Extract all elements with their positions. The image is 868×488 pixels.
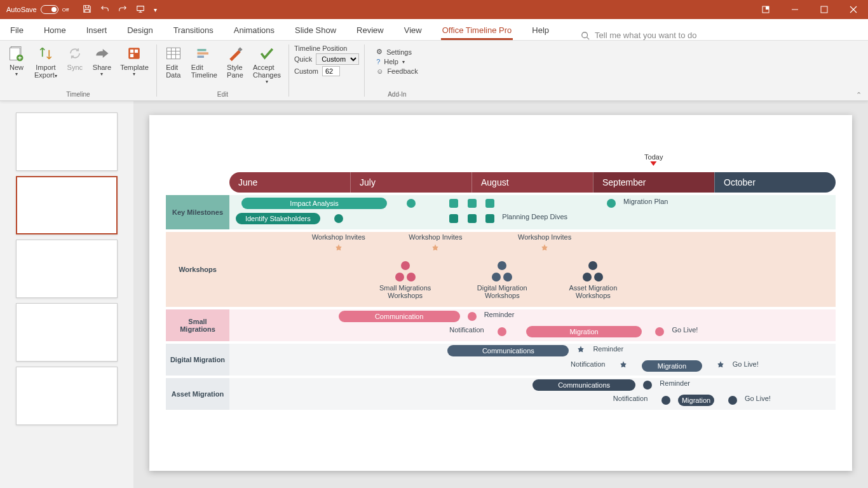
style-pane-button[interactable]: Style Pane [224,43,247,80]
slide-thumb-5[interactable] [16,367,118,425]
sync-button[interactable]: Sync [64,43,86,72]
position-custom-input[interactable] [322,66,340,76]
milestone-dot [643,381,652,390]
chart-text: Notification [613,395,648,402]
accept-changes-button[interactable]: Accept Changes▾ [250,43,283,86]
edit-timeline-button[interactable]: Edit Timeline [189,43,220,80]
group-label-timeline: Timeline [66,91,90,99]
tab-slide-show[interactable]: Slide Show [294,22,337,40]
present-icon[interactable] [136,4,145,15]
chart-text: Go Live! [733,360,759,368]
tell-me-search[interactable]: Tell me what you want to do [581,30,696,40]
svg-rect-18 [198,49,207,51]
milestone-star-icon [334,243,344,254]
swimlane-asset-migration: CommunicationsReminderNotificationMigrat… [229,378,836,410]
edit-data-button[interactable]: Edit Data [162,43,185,80]
tab-design[interactable]: Design [126,22,154,40]
svg-point-4 [582,32,588,37]
tab-view[interactable]: View [403,22,423,40]
qat-more-icon[interactable]: ▾ [154,6,157,13]
tab-animations[interactable]: Animations [233,22,276,40]
quick-access-toolbar: ▾ [83,4,157,15]
template-button[interactable]: Template▾ [118,43,151,78]
save-icon[interactable] [83,4,92,15]
redo-icon[interactable] [118,4,127,15]
milestone-dot [468,312,477,321]
svg-line-5 [587,37,590,39]
month-july: July [350,172,471,193]
svg-rect-3 [821,6,827,13]
milestone-dot [607,199,616,208]
tab-file[interactable]: File [9,22,25,40]
gear-icon: ⚙ [376,48,383,56]
milestone-dot [407,199,416,208]
slide-thumb-2[interactable] [16,176,118,234]
slide-editor: TodayJuneJulyAugustSeptemberOctoberKey M… [133,101,868,488]
share-button[interactable]: Share▾ [90,43,114,78]
month-august: August [471,172,593,193]
settings-button[interactable]: ⚙Settings [376,48,418,56]
title-bar: AutoSave Off ▾ [0,0,868,19]
slide-thumb-1[interactable] [16,112,118,171]
milestone-square [485,214,494,223]
task-bar: Communications [447,345,569,356]
today-marker: Today [644,153,663,166]
svg-rect-20 [198,56,205,58]
timeline-chart: TodayJuneJulyAugustSeptemberOctoberKey M… [166,172,836,410]
slide-thumb-3[interactable] [16,240,118,298]
svg-rect-13 [166,48,180,59]
help-button[interactable]: ?Help▾ [376,58,418,65]
swimlane-label-workshops: Workshops [166,232,229,307]
task-bar: Impact Analysis [241,198,387,209]
maximize-button[interactable] [810,0,839,19]
milestone-square [449,199,458,208]
milestone-cluster [492,261,512,281]
group-label-addin: Add-In [388,91,406,99]
autosave-toggle[interactable]: AutoSave Off [6,5,69,14]
smile-icon: ☺ [376,67,383,75]
chart-text: Small Migrations Workshops [379,284,431,299]
milestone-square [485,199,494,208]
undo-icon[interactable] [100,4,109,15]
chart-text: Workshop Invites [518,233,571,241]
milestone-dot [655,327,664,336]
ribbon-display-icon[interactable] [751,0,780,19]
import-export-button[interactable]: Import Export▾ [32,43,60,80]
tab-help[interactable]: Help [531,22,550,40]
close-button[interactable] [839,0,868,19]
month-september: September [593,172,714,193]
tab-review[interactable]: Review [355,22,385,40]
task-bar: Migration [678,395,714,406]
task-bar: Identify Stakeholders [236,213,321,224]
menu-bar: FileHomeInsertDesignTransitionsAnimation… [0,19,868,41]
tab-office-timeline-pro[interactable]: Office Timeline Pro [441,22,513,40]
tab-transitions[interactable]: Transitions [172,22,215,40]
position-quick-select[interactable]: Custom [316,53,359,65]
swimlane-label-asset-migration: Asset Migration [166,378,229,410]
month-june: June [229,172,350,193]
task-bar: Communication [339,311,460,322]
help-icon: ? [376,58,380,65]
milestone-square [449,214,458,223]
svg-rect-1 [766,6,769,10]
swimlane-label-key-milestones: Key Milestones [166,195,229,229]
slide-thumb-4[interactable] [16,303,118,362]
milestone-cluster [395,261,416,281]
chart-text: Migration Plan [623,198,668,205]
tab-insert[interactable]: Insert [85,22,109,40]
minimize-button[interactable] [780,0,810,19]
collapse-ribbon-icon[interactable]: ⌃ [856,91,862,99]
chart-text: Asset Migration Workshops [569,284,617,299]
milestone-cluster [583,261,603,281]
new-button[interactable]: New▾ [5,43,28,78]
chart-text: Go Live! [672,326,698,334]
group-label-edit: Edit [217,91,228,99]
feedback-button[interactable]: ☺Feedback [376,67,418,75]
tab-home[interactable]: Home [43,22,67,40]
swimlane-digital-migration: CommunicationsReminderNotificationMigrat… [229,344,836,376]
milestone-dot [498,327,506,336]
slide-canvas[interactable]: TodayJuneJulyAugustSeptemberOctoberKey M… [149,115,852,471]
chart-text: Digital Migration Workshops [477,284,527,299]
chart-text: Notification [571,360,605,368]
task-bar: Migration [642,360,702,372]
